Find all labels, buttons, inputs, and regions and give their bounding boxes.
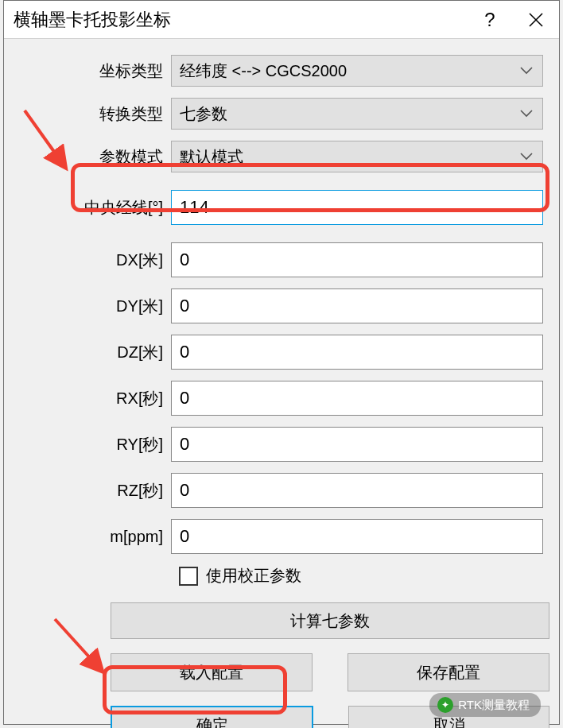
ok-button[interactable]: 确定	[111, 706, 313, 728]
save-config-label: 保存配置	[417, 662, 480, 683]
label-ry: RY[秒]	[20, 434, 171, 455]
row-coord-type: 坐标类型 经纬度 <--> CGCS2000	[20, 55, 543, 87]
input-dx[interactable]	[171, 242, 543, 277]
row-ry: RY[秒]	[20, 427, 543, 462]
load-config-label: 载入配置	[180, 662, 243, 683]
chevron-down-icon	[520, 110, 533, 118]
load-config-button[interactable]: 载入配置	[111, 653, 313, 691]
label-dx: DX[米]	[20, 250, 171, 271]
close-button[interactable]	[513, 1, 559, 39]
config-button-row: 载入配置 保存配置	[111, 653, 549, 691]
label-coord-type: 坐标类型	[20, 60, 171, 82]
row-m: m[ppm]	[20, 519, 543, 554]
ok-button-label: 确定	[196, 714, 228, 729]
input-central-meridian[interactable]	[171, 190, 543, 225]
select-param-mode[interactable]: 默认模式	[171, 141, 543, 172]
row-param-mode: 参数模式 默认模式	[20, 141, 543, 172]
input-rz[interactable]	[171, 473, 543, 508]
select-trans-type-value: 七参数	[180, 103, 227, 125]
watermark: ✦ RTK测量教程	[429, 693, 541, 717]
row-trans-type: 转换类型 七参数	[20, 98, 543, 130]
select-param-mode-value: 默认模式	[180, 146, 243, 168]
checkbox-use-correction[interactable]	[179, 567, 198, 586]
help-button[interactable]: ?	[467, 1, 513, 39]
select-trans-type[interactable]: 七参数	[171, 98, 543, 130]
label-rz: RZ[秒]	[20, 480, 171, 501]
label-dy: DY[米]	[20, 296, 171, 317]
input-dz[interactable]	[171, 335, 543, 370]
row-central-meridian: 中央经线[°]	[20, 190, 543, 225]
input-rx[interactable]	[171, 381, 543, 416]
row-rx: RX[秒]	[20, 381, 543, 416]
chevron-down-icon	[520, 153, 533, 161]
close-icon	[529, 13, 543, 27]
watermark-text: RTK测量教程	[458, 698, 530, 713]
row-dz: DZ[米]	[20, 335, 543, 370]
label-param-mode: 参数模式	[20, 146, 171, 168]
form-area: 坐标类型 经纬度 <--> CGCS2000 转换类型 七参数 参数模式 默认模…	[4, 39, 559, 728]
label-rx: RX[秒]	[20, 388, 171, 409]
label-trans-type: 转换类型	[20, 103, 171, 125]
select-coord-type-value: 经纬度 <--> CGCS2000	[180, 60, 347, 82]
input-dy[interactable]	[171, 288, 543, 323]
row-use-correction: 使用校正参数	[179, 565, 543, 587]
chevron-down-icon	[520, 67, 533, 75]
select-coord-type[interactable]: 经纬度 <--> CGCS2000	[171, 55, 543, 87]
label-dz: DZ[米]	[20, 342, 171, 363]
row-dy: DY[米]	[20, 288, 543, 323]
titlebar: 横轴墨卡托投影坐标 ?	[4, 1, 559, 39]
label-m: m[ppm]	[20, 528, 171, 546]
save-config-button[interactable]: 保存配置	[348, 653, 549, 691]
label-central-meridian: 中央经线[°]	[20, 197, 171, 219]
window-title: 横轴墨卡托投影坐标	[14, 8, 467, 32]
dialog-window: 横轴墨卡托投影坐标 ? 坐标类型 经纬度 <--> CGCS2000 转换类型 …	[3, 0, 560, 725]
wechat-icon: ✦	[437, 697, 453, 713]
row-rz: RZ[秒]	[20, 473, 543, 508]
input-ry[interactable]	[171, 427, 543, 462]
input-m[interactable]	[171, 519, 543, 554]
row-dx: DX[米]	[20, 242, 543, 277]
calc-seven-param-button[interactable]: 计算七参数	[111, 602, 549, 639]
calc-button-label: 计算七参数	[290, 610, 370, 632]
label-use-correction: 使用校正参数	[206, 565, 301, 587]
